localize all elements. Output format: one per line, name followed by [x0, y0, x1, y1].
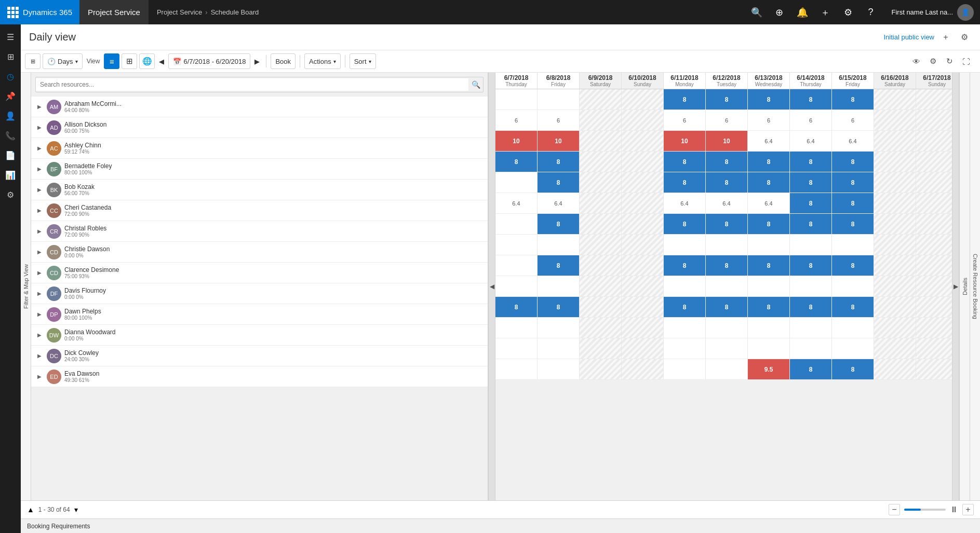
booking-bar[interactable]: 8 [706, 214, 747, 234]
booking-bar[interactable]: 8 [748, 214, 789, 234]
resource-row[interactable]: ▶ DC Dick Cowley 24:00 30% [31, 346, 488, 366]
booking-bar[interactable]: 8 [495, 297, 537, 317]
resource-row[interactable]: ▶ CD Clarence Desimone 75:00 93% [31, 263, 488, 283]
cal-cell[interactable]: 6.4 [748, 131, 790, 151]
resource-expand-btn[interactable]: ▶ [35, 144, 44, 153]
booking-bar[interactable]: 8 [748, 255, 789, 276]
cal-cell[interactable] [538, 89, 580, 110]
cal-cell[interactable] [916, 152, 952, 172]
cal-cell[interactable]: 8 [706, 214, 748, 234]
cal-cell[interactable] [495, 338, 538, 359]
booking-bar[interactable]: 10 [706, 131, 747, 151]
cal-cell[interactable]: 8 [748, 214, 790, 234]
booking-bar[interactable]: 8 [664, 297, 705, 317]
cal-cell[interactable] [622, 193, 664, 213]
cal-cell[interactable] [622, 318, 664, 338]
cal-cell[interactable] [790, 318, 832, 338]
cal-cell[interactable] [622, 338, 664, 359]
cal-cell[interactable] [916, 338, 952, 359]
cal-cell[interactable]: 8 [538, 172, 580, 193]
cal-cell[interactable] [916, 318, 952, 338]
cal-cell[interactable] [580, 110, 622, 130]
booking-bar[interactable]: 8 [664, 152, 705, 172]
cal-cell[interactable] [538, 318, 580, 338]
cal-cell[interactable]: 8 [538, 152, 580, 172]
resource-expand-btn[interactable]: ▶ [35, 352, 44, 360]
resource-row[interactable]: ▶ ED Eva Dawson 49:30 61% [31, 366, 488, 387]
booking-bar[interactable]: 8 [832, 255, 874, 276]
cal-cell[interactable]: 8 [706, 297, 748, 317]
cal-cell[interactable] [495, 318, 538, 338]
cal-cell[interactable] [916, 214, 952, 234]
cal-cell[interactable] [664, 338, 706, 359]
cal-cell[interactable] [832, 338, 874, 359]
cal-cell[interactable]: 8 [790, 152, 832, 172]
cal-cell[interactable] [874, 89, 916, 110]
breadcrumb-item-1[interactable]: Project Service [157, 8, 202, 16]
cal-cell[interactable] [538, 338, 580, 359]
booking-bar[interactable]: 8 [790, 152, 831, 172]
cal-cell[interactable] [580, 297, 622, 317]
search-input[interactable] [36, 78, 468, 91]
cal-cell[interactable]: 8 [832, 359, 874, 379]
cal-cell[interactable] [832, 235, 874, 255]
resource-expand-btn[interactable]: ▶ [35, 124, 44, 132]
cal-cell[interactable] [916, 235, 952, 255]
cal-cell[interactable] [495, 255, 538, 276]
cal-cell[interactable] [748, 276, 790, 296]
sidebar-recent[interactable]: ◷ [1, 67, 20, 86]
scroll-left-arrow[interactable]: ◀ [488, 73, 495, 500]
cal-cell[interactable]: 10 [495, 131, 538, 151]
resource-row[interactable]: ▶ AD Allison Dickson 60:00 75% [31, 117, 488, 138]
cal-cell[interactable]: 8 [495, 297, 538, 317]
list-view-btn[interactable]: ≡ [104, 53, 119, 69]
expand-pagination-btn[interactable]: ▾ [74, 505, 78, 514]
fullscreen-icon-btn[interactable]: ⛶ [958, 53, 974, 69]
cal-cell[interactable]: 8 [706, 172, 748, 193]
cal-cell[interactable] [916, 297, 952, 317]
cal-cell[interactable]: 8 [832, 172, 874, 193]
cal-cell[interactable]: 8 [832, 297, 874, 317]
cal-cell[interactable] [622, 359, 664, 379]
resource-expand-btn[interactable]: ▶ [35, 207, 44, 215]
cal-cell[interactable] [874, 152, 916, 172]
cal-cell[interactable]: 6.4 [664, 193, 706, 213]
booking-bar[interactable]: 10 [495, 131, 537, 151]
next-btn[interactable]: ▶ [252, 53, 262, 69]
cal-cell[interactable] [622, 214, 664, 234]
collapse-btn[interactable]: ▲ [27, 505, 34, 514]
cal-cell[interactable] [664, 276, 706, 296]
cal-cell[interactable]: 8 [832, 152, 874, 172]
cal-cell[interactable]: 10 [706, 131, 748, 151]
cal-cell[interactable] [874, 131, 916, 151]
booking-bar[interactable]: 8 [832, 297, 874, 317]
booking-bar[interactable]: 8 [748, 89, 789, 110]
sidebar-docs[interactable]: 📄 [1, 146, 20, 165]
create-resource-panel[interactable]: Create Resource Booking [970, 73, 980, 500]
sidebar-home[interactable]: ⊞ [1, 47, 20, 66]
cal-cell[interactable] [580, 235, 622, 255]
cal-cell[interactable]: 6.4 [706, 193, 748, 213]
sidebar-pinned[interactable]: 📌 [1, 87, 20, 105]
cal-cell[interactable]: 6.4 [495, 193, 538, 213]
cal-cell[interactable] [916, 276, 952, 296]
refresh-icon-btn[interactable]: ↻ [942, 53, 957, 69]
cal-cell[interactable] [495, 276, 538, 296]
booking-bar[interactable]: 8 [832, 89, 874, 110]
filter-map-label[interactable]: Filter & Map View [21, 73, 31, 500]
resource-expand-btn[interactable]: ▶ [35, 227, 44, 236]
cal-cell[interactable]: 8 [538, 255, 580, 276]
cal-cell[interactable]: 8 [790, 89, 832, 110]
cal-cell[interactable] [832, 276, 874, 296]
cal-cell[interactable] [748, 318, 790, 338]
book-btn[interactable]: Book [271, 53, 296, 69]
scroll-right-arrow[interactable]: ▶ [952, 73, 959, 500]
resource-row[interactable]: ▶ CR Christal Robles 72:00 90% [31, 221, 488, 242]
breadcrumb-item-2[interactable]: Schedule Board [211, 8, 259, 16]
cal-cell[interactable] [622, 131, 664, 151]
booking-bar[interactable]: 8 [538, 152, 579, 172]
cal-cell[interactable] [706, 318, 748, 338]
cal-cell[interactable] [706, 235, 748, 255]
cal-cell[interactable] [580, 89, 622, 110]
cal-cell[interactable] [664, 235, 706, 255]
